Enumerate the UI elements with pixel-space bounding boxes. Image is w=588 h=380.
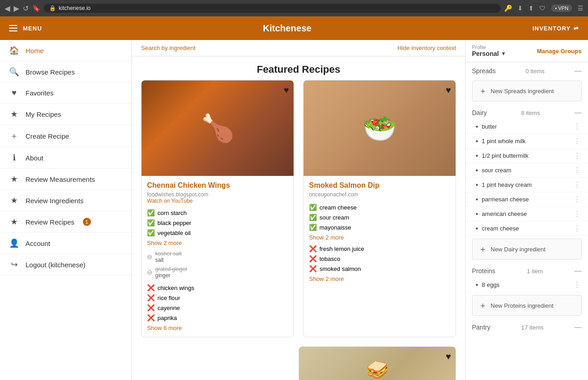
proteins-collapse-button[interactable]: — xyxy=(574,267,582,275)
pantry-collapse-button[interactable]: — xyxy=(574,323,582,331)
sidebar-item-logout[interactable]: ↪ Logout (kitchenese) xyxy=(0,254,132,275)
ing-text-black-pepper: black pepper xyxy=(157,220,191,226)
show-more-missing-salmon[interactable]: Show 2 more xyxy=(309,275,450,282)
dairy-item-menu-sour-cream[interactable]: ⋮ xyxy=(573,166,582,175)
show-more-missing-chennai[interactable]: Show 6 more xyxy=(147,325,288,331)
sidebar-item-create-recipe[interactable]: ＋ Create Recipe xyxy=(0,125,132,147)
url-bar[interactable]: 🔒 kitchenese.io xyxy=(44,4,501,13)
search-by-ingredient-link[interactable]: Search by ingredient xyxy=(141,45,195,51)
sidebar-item-browse-recipes[interactable]: 🔍 Browse Recipes xyxy=(0,61,132,83)
add-spreads-button[interactable]: ＋ New Spreads ingredient xyxy=(472,80,582,101)
spreads-collapse-button[interactable]: — xyxy=(574,67,582,75)
dairy-item-text-buttermilk: 1/2 pint buttermilk xyxy=(482,152,529,159)
ingredient-tobasco: ❌ tobasco xyxy=(309,254,450,264)
back-button[interactable]: ◀ xyxy=(5,4,10,13)
bullet-american: • xyxy=(476,210,478,218)
heart-button-sandwich[interactable]: ♥ xyxy=(446,351,451,362)
ingredient-mayo: ✅ mayonaisse xyxy=(309,222,450,232)
dairy-item-menu-cream-cheese[interactable]: ⋮ xyxy=(573,224,582,233)
dairy-item-sour-cream: • sour cream ⋮ xyxy=(466,163,588,178)
sidebar-item-favorites[interactable]: ♥ Favorites xyxy=(0,83,132,104)
proteins-item-menu-eggs[interactable]: ⋮ xyxy=(573,280,582,289)
share-icon: ⬆ xyxy=(528,5,534,12)
bullet-buttermilk: • xyxy=(476,152,478,160)
recipe-source-salmon[interactable]: onceuponachef.com xyxy=(309,191,450,198)
plus-icon-proteins: ＋ xyxy=(479,300,487,311)
show-more-checked-salmon[interactable]: Show 2 more xyxy=(309,234,450,241)
heart-icon: ♥ xyxy=(9,88,19,98)
x-icon-chicken-wings: ❌ xyxy=(147,284,155,291)
dairy-item-menu-parmesan[interactable]: ⋮ xyxy=(573,195,582,204)
ingredient-smoked-salmon: ❌ smoked salmon xyxy=(309,264,450,274)
bullet-butter: • xyxy=(476,123,478,131)
profile-dropdown-btn[interactable]: Personal ▼ xyxy=(472,50,506,57)
recipe-name-salmon[interactable]: Smoked Salmon Dip xyxy=(309,181,450,190)
ingredient-list-chennai-sub: ⊖ kosher salt salt ⊖ grated ginger ginge… xyxy=(147,249,288,280)
download-icon: ⬇ xyxy=(517,5,523,12)
dairy-item-menu-american[interactable]: ⋮ xyxy=(573,210,582,218)
heart-button-salmon[interactable]: ♥ xyxy=(446,85,451,95)
ingredient-list-salmon-checked: ✅ cream cheese ✅ sour cream ✅ mayonaisse xyxy=(309,202,450,232)
plus-icon-dairy: ＋ xyxy=(479,244,487,255)
recipe-name-chennai[interactable]: Chennai Chicken Wings xyxy=(147,181,288,190)
ingredient-lemon-juice: ❌ fresh lemon juice xyxy=(309,244,450,254)
add-proteins-button[interactable]: ＋ New Proteins ingredient xyxy=(472,295,582,316)
forward-button[interactable]: ▶ xyxy=(14,4,19,13)
ing-text-paprika: paprika xyxy=(157,315,177,321)
sidebar-label-ingredients: Review Ingredients xyxy=(25,197,84,205)
show-more-checked-chennai[interactable]: Show 2 more xyxy=(147,240,288,246)
ing-text-cream-cheese: cream cheese xyxy=(319,204,357,211)
sub-icon-ginger: ⊖ xyxy=(147,269,152,276)
plus-icon-spreads: ＋ xyxy=(479,85,487,96)
logout-icon: ↪ xyxy=(9,260,19,270)
dairy-collapse-button[interactable]: — xyxy=(574,109,582,117)
recipe-body-salmon: Smoked Salmon Dip onceuponachef.com ✅ cr… xyxy=(304,176,456,288)
sidebar-item-about[interactable]: ℹ About xyxy=(0,147,132,169)
spreads-section-header: Spreads 0 items — xyxy=(466,62,588,78)
dairy-item-menu-whole-milk[interactable]: ⋮ xyxy=(573,137,582,145)
proteins-title: Proteins xyxy=(472,267,495,275)
sidebar-label-review: Review Recipes xyxy=(25,218,75,226)
bullet-whole-milk: • xyxy=(476,137,478,145)
center-content: Search by ingredient Hide inventory cont… xyxy=(132,40,465,380)
menu-button[interactable] xyxy=(9,25,17,31)
sidebar-item-review-measurements[interactable]: ★ Review Measurements xyxy=(0,169,132,190)
pantry-count: 17 items xyxy=(521,324,543,331)
content-toolbar: Search by ingredient Hide inventory cont… xyxy=(132,40,465,56)
recipe-youtube-chennai[interactable]: Watch on YouTube xyxy=(147,198,288,204)
star-icon-my-recipes: ★ xyxy=(9,109,19,119)
dairy-item-menu-buttermilk[interactable]: ⋮ xyxy=(573,151,582,160)
sidebar-item-home[interactable]: 🏠 Home xyxy=(0,40,132,61)
sidebar-label-measurements: Review Measurements xyxy=(25,175,95,183)
proteins-item-eggs: • 8 eggs ⋮ xyxy=(466,278,588,292)
sidebar-item-account[interactable]: 👤 Account xyxy=(0,233,132,254)
right-panel: Profile Personal ▼ Manage Groups Spreads… xyxy=(465,40,588,380)
lock-icon: 🔒 xyxy=(49,5,56,11)
add-dairy-button[interactable]: ＋ New Dairy ingredient xyxy=(472,239,582,260)
recipe-card-salmon: 🥗 ♥ Smoked Salmon Dip onceuponachef.com … xyxy=(303,80,456,337)
sub-icon-salt: ⊖ xyxy=(147,253,152,260)
inventory-icon: ⇌ xyxy=(573,25,579,32)
manage-groups-button[interactable]: Manage Groups xyxy=(537,48,582,55)
check-icon-veg-oil: ✅ xyxy=(147,229,155,236)
recipe-card-sandwich: 🥪 ♥ xyxy=(299,346,456,380)
sidebar-item-review-ingredients[interactable]: ★ Review Ingredients xyxy=(0,190,132,211)
ingredient-list-chennai-checked: ✅ corn starch ✅ black pepper ✅ vegetable… xyxy=(147,208,288,238)
sidebar-label-browse: Browse Recipes xyxy=(25,68,75,76)
sidebar-item-review-recipes[interactable]: ★ Review Recipes 1 xyxy=(0,211,132,233)
sidebar-item-my-recipes[interactable]: ★ My Recipes xyxy=(0,104,132,125)
recipe-card-chennai: 🍗 ♥ Chennai Chicken Wings foodwishes.blo… xyxy=(141,80,294,337)
ingredient-corn-starch: ✅ corn starch xyxy=(147,208,288,218)
profile-label: Profile xyxy=(472,45,506,50)
ing-text-rice-flour: rice flour xyxy=(157,295,180,301)
inventory-button[interactable]: INVENTORY ⇌ xyxy=(532,25,579,32)
add-spreads-label: New Spreads ingredient xyxy=(491,88,554,95)
dairy-item-menu-heavy-cream[interactable]: ⋮ xyxy=(573,180,582,189)
hide-inventory-link[interactable]: Hide inventory context xyxy=(397,45,456,51)
heart-button-chennai[interactable]: ♥ xyxy=(284,85,289,95)
recipe-source-chennai[interactable]: foodwishes.blogspot.com xyxy=(147,191,288,198)
sidebar-label-create: Create Recipe xyxy=(25,132,69,140)
dairy-item-menu-butter[interactable]: ⋮ xyxy=(573,122,582,131)
refresh-button[interactable]: ↺ xyxy=(23,4,29,13)
ingredient-paprika: ❌ paprika xyxy=(147,313,288,323)
